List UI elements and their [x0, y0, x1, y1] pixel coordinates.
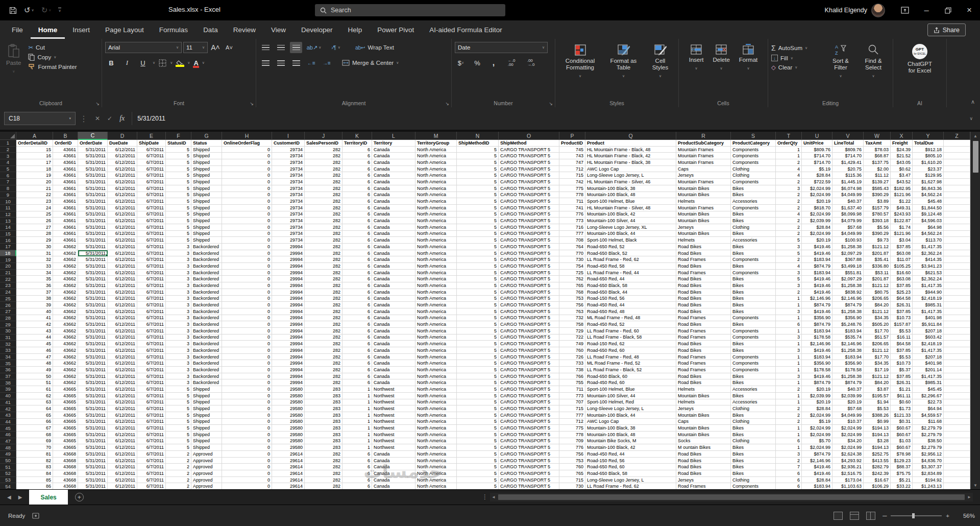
close-button[interactable]: × — [959, 0, 980, 20]
italic-button[interactable]: I — [121, 57, 133, 68]
cell[interactable]: CARGO TRANSPORT 5 — [499, 432, 559, 438]
cell[interactable] — [944, 367, 970, 373]
cell[interactable]: Canada — [372, 237, 415, 244]
cell[interactable]: $874.79 — [802, 379, 832, 386]
cell[interactable]: 2 — [776, 218, 802, 224]
cell[interactable]: Bikes — [731, 263, 776, 270]
cell[interactable]: 15 — [16, 147, 53, 153]
cell[interactable]: 0 — [222, 282, 272, 289]
cell[interactable]: 282 — [305, 464, 342, 470]
cell[interactable]: Helmets — [676, 237, 731, 244]
cell[interactable]: $78.98 — [891, 451, 913, 458]
row-header-46[interactable]: 46 — [0, 432, 16, 438]
cell[interactable]: 2 — [776, 224, 802, 231]
cell[interactable]: 5/31/2011 — [78, 412, 108, 419]
cell[interactable]: 6 — [342, 153, 372, 159]
cell[interactable] — [944, 405, 970, 412]
cell[interactable]: 5/31/2011 — [78, 458, 108, 464]
cell[interactable]: 29994 — [272, 347, 305, 354]
cell[interactable]: Canada — [372, 282, 415, 289]
cell[interactable]: North America — [415, 425, 457, 432]
cell[interactable]: Bikes — [731, 192, 776, 199]
cell[interactable]: CARGO TRANSPORT 5 — [499, 205, 559, 211]
cell[interactable]: 6 — [342, 477, 372, 484]
cell[interactable]: 722 — [559, 334, 585, 341]
zoom-slider[interactable]: ─ + — [883, 513, 949, 519]
cell[interactable]: $183.94 — [802, 483, 832, 489]
tab-insert[interactable]: Insert — [65, 20, 97, 39]
cell[interactable]: $35.41 — [864, 256, 891, 263]
cell[interactable]: Road-450 Red, 60 — [585, 379, 676, 386]
cell[interactable]: $207.18 — [913, 328, 944, 334]
cell[interactable]: 27 — [16, 224, 53, 231]
cell[interactable]: $34.20 — [832, 438, 864, 445]
cell[interactable]: 66 — [16, 419, 53, 425]
cell[interactable]: Road Frames — [676, 328, 731, 334]
cell[interactable]: $22.73 — [913, 399, 944, 406]
cell[interactable]: Canada — [372, 315, 415, 322]
cell[interactable]: $356.90 — [802, 315, 832, 322]
cell[interactable]: 283 — [305, 419, 342, 425]
cell[interactable]: Territory — [372, 140, 415, 147]
cell[interactable]: $419.46 — [802, 470, 832, 477]
row-header-47[interactable]: 47 — [0, 438, 16, 445]
cell[interactable]: North America — [415, 263, 457, 270]
cell[interactable]: Northwest — [372, 444, 415, 451]
cell[interactable]: 6 — [342, 321, 372, 328]
cell[interactable]: $26.31 — [891, 302, 913, 308]
cell[interactable]: 5 — [457, 289, 499, 296]
cell[interactable]: $20.19 — [832, 399, 864, 406]
cell[interactable]: Road-650 Black, 44 — [585, 289, 676, 296]
cell[interactable]: 42 — [16, 321, 53, 328]
cell[interactable]: Road-150 Red, 56 — [585, 458, 676, 464]
cell[interactable]: 775 — [559, 185, 585, 192]
cell[interactable]: $2,279.79 — [913, 425, 944, 432]
cell[interactable]: 20 — [16, 179, 53, 185]
cell[interactable]: CARGO TRANSPORT 5 — [499, 308, 559, 315]
cell[interactable]: Canada — [372, 198, 415, 205]
align-center-icon[interactable] — [275, 57, 287, 68]
cell[interactable]: Canada — [372, 179, 415, 185]
cell[interactable]: Canada — [372, 341, 415, 347]
cell[interactable]: North America — [415, 458, 457, 464]
cell[interactable]: $2,024.99 — [802, 211, 832, 218]
cell[interactable]: 6/7/2011 — [137, 296, 166, 302]
cell[interactable] — [944, 211, 970, 218]
cell[interactable]: $393.18 — [864, 218, 891, 224]
cell[interactable]: Road Bikes — [676, 341, 731, 347]
cell[interactable]: 29580 — [272, 393, 305, 399]
cell[interactable]: 760 — [559, 464, 585, 470]
cell[interactable]: $419.46 — [802, 289, 832, 296]
cell[interactable]: 29734 — [272, 211, 305, 218]
align-top-icon[interactable] — [259, 42, 272, 53]
format-as-table-button[interactable]: Format as Table ∨ — [604, 42, 643, 99]
cell[interactable] — [944, 334, 970, 341]
row-header-29[interactable]: 29 — [0, 321, 16, 328]
cell[interactable]: 6/7/2011 — [137, 166, 166, 173]
cell[interactable]: 43 — [16, 328, 53, 334]
cell[interactable]: 5 — [776, 237, 802, 244]
cell[interactable]: 29994 — [272, 354, 305, 361]
cell[interactable]: 5 — [166, 198, 191, 205]
cell[interactable]: $1,429.41 — [832, 159, 864, 166]
cell[interactable]: 5 — [457, 341, 499, 347]
row-header-9[interactable]: 9 — [0, 192, 16, 199]
cell[interactable]: 0 — [222, 276, 272, 282]
zoom-out-icon[interactable]: ─ — [883, 513, 887, 519]
minimize-button[interactable]: ─ — [916, 0, 937, 20]
cell[interactable]: 29994 — [272, 244, 305, 250]
delete-cells-button[interactable]: Delete ∨ — [710, 42, 733, 99]
cell[interactable]: 6/12/2011 — [108, 360, 137, 367]
cell[interactable]: North America — [415, 172, 457, 179]
cell[interactable] — [944, 282, 970, 289]
cell[interactable]: 0 — [222, 224, 272, 231]
cell[interactable]: $282.79 — [864, 464, 891, 470]
cell[interactable]: $2,024.99 — [832, 425, 864, 432]
cell[interactable]: North America — [415, 444, 457, 451]
cell[interactable]: CARGO TRANSPORT 5 — [499, 302, 559, 308]
cell[interactable]: 1 — [342, 386, 372, 393]
cell[interactable]: 6/7/2011 — [137, 185, 166, 192]
cell[interactable]: 6/12/2011 — [108, 438, 137, 445]
cell[interactable]: Canada — [372, 354, 415, 361]
cell[interactable]: Bikes — [731, 231, 776, 237]
